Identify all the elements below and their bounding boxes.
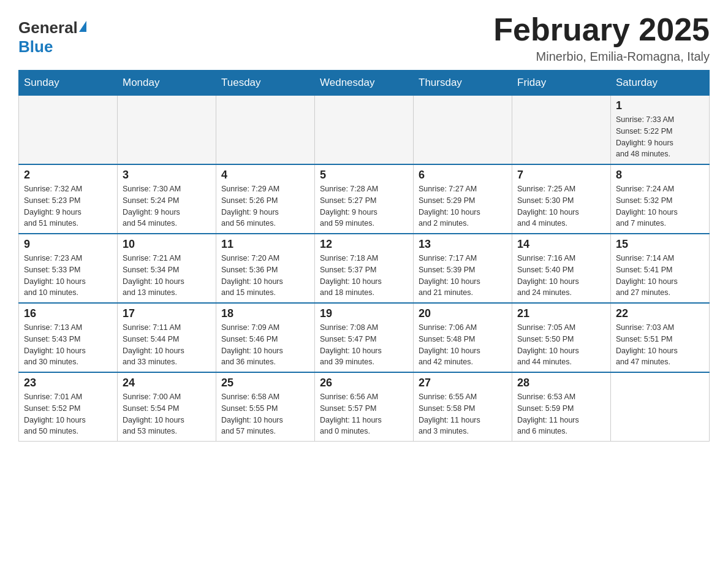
logo-triangle-icon bbox=[79, 21, 86, 32]
day-info: Sunrise: 7:01 AMSunset: 5:52 PMDaylight:… bbox=[24, 391, 112, 437]
calendar-cell: 23Sunrise: 7:01 AMSunset: 5:52 PMDayligh… bbox=[19, 372, 118, 442]
day-number: 4 bbox=[221, 169, 309, 182]
day-info: Sunrise: 7:17 AMSunset: 5:39 PMDaylight:… bbox=[419, 253, 507, 299]
calendar-table: SundayMondayTuesdayWednesdayThursdayFrid… bbox=[18, 70, 710, 442]
day-info: Sunrise: 7:09 AMSunset: 5:46 PMDaylight:… bbox=[221, 322, 309, 368]
day-number: 25 bbox=[221, 377, 309, 389]
calendar-cell: 8Sunrise: 7:24 AMSunset: 5:32 PMDaylight… bbox=[611, 164, 710, 234]
day-info: Sunrise: 7:14 AMSunset: 5:41 PMDaylight:… bbox=[616, 253, 704, 299]
logo: General Blue bbox=[18, 12, 86, 56]
calendar-cell: 6Sunrise: 7:27 AMSunset: 5:29 PMDaylight… bbox=[414, 164, 512, 234]
day-number: 21 bbox=[517, 307, 605, 320]
calendar-cell bbox=[216, 96, 315, 165]
day-info: Sunrise: 6:56 AMSunset: 5:57 PMDaylight:… bbox=[320, 391, 408, 437]
day-info: Sunrise: 7:18 AMSunset: 5:37 PMDaylight:… bbox=[320, 253, 408, 299]
day-info: Sunrise: 7:08 AMSunset: 5:47 PMDaylight:… bbox=[320, 322, 408, 368]
calendar-cell: 21Sunrise: 7:05 AMSunset: 5:50 PMDayligh… bbox=[512, 303, 611, 372]
calendar-cell: 1Sunrise: 7:33 AMSunset: 5:22 PMDaylight… bbox=[611, 96, 710, 165]
calendar-cell bbox=[315, 96, 414, 165]
day-info: Sunrise: 7:33 AMSunset: 5:22 PMDaylight:… bbox=[616, 114, 704, 160]
day-number: 12 bbox=[320, 238, 408, 251]
calendar-header-row: SundayMondayTuesdayWednesdayThursdayFrid… bbox=[19, 71, 710, 96]
day-number: 16 bbox=[24, 307, 112, 320]
day-number: 18 bbox=[221, 307, 309, 320]
calendar-cell: 5Sunrise: 7:28 AMSunset: 5:27 PMDaylight… bbox=[315, 164, 414, 234]
day-number: 7 bbox=[517, 169, 605, 182]
day-info: Sunrise: 7:27 AMSunset: 5:29 PMDaylight:… bbox=[419, 183, 507, 229]
day-info: Sunrise: 7:11 AMSunset: 5:44 PMDaylight:… bbox=[123, 322, 211, 368]
day-number: 28 bbox=[517, 377, 605, 389]
calendar-header-saturday: Saturday bbox=[611, 71, 710, 96]
calendar-cell: 12Sunrise: 7:18 AMSunset: 5:37 PMDayligh… bbox=[315, 234, 414, 303]
day-number: 10 bbox=[123, 238, 211, 251]
calendar-header-tuesday: Tuesday bbox=[216, 71, 315, 96]
calendar-cell: 19Sunrise: 7:08 AMSunset: 5:47 PMDayligh… bbox=[315, 303, 414, 372]
day-info: Sunrise: 7:06 AMSunset: 5:48 PMDaylight:… bbox=[419, 322, 507, 368]
day-number: 2 bbox=[24, 169, 112, 182]
day-info: Sunrise: 7:00 AMSunset: 5:54 PMDaylight:… bbox=[123, 391, 211, 437]
calendar-cell: 25Sunrise: 6:58 AMSunset: 5:55 PMDayligh… bbox=[216, 372, 315, 442]
calendar-week-1: 1Sunrise: 7:33 AMSunset: 5:22 PMDaylight… bbox=[19, 96, 710, 165]
day-info: Sunrise: 6:53 AMSunset: 5:59 PMDaylight:… bbox=[517, 391, 605, 437]
day-number: 5 bbox=[320, 169, 408, 182]
calendar-cell: 2Sunrise: 7:32 AMSunset: 5:23 PMDaylight… bbox=[19, 164, 118, 234]
calendar-cell: 4Sunrise: 7:29 AMSunset: 5:26 PMDaylight… bbox=[216, 164, 315, 234]
day-info: Sunrise: 7:30 AMSunset: 5:24 PMDaylight:… bbox=[123, 183, 211, 229]
calendar-header-monday: Monday bbox=[118, 71, 216, 96]
calendar-week-2: 2Sunrise: 7:32 AMSunset: 5:23 PMDaylight… bbox=[19, 164, 710, 234]
calendar-cell: 14Sunrise: 7:16 AMSunset: 5:40 PMDayligh… bbox=[512, 234, 611, 303]
calendar-cell: 20Sunrise: 7:06 AMSunset: 5:48 PMDayligh… bbox=[414, 303, 512, 372]
calendar-cell: 26Sunrise: 6:56 AMSunset: 5:57 PMDayligh… bbox=[315, 372, 414, 442]
day-number: 27 bbox=[419, 377, 507, 389]
title-section: February 2025 Minerbio, Emilia-Romagna, … bbox=[493, 12, 710, 64]
calendar-cell: 11Sunrise: 7:20 AMSunset: 5:36 PMDayligh… bbox=[216, 234, 315, 303]
location: Minerbio, Emilia-Romagna, Italy bbox=[493, 50, 710, 64]
day-info: Sunrise: 6:58 AMSunset: 5:55 PMDaylight:… bbox=[221, 391, 309, 437]
calendar-cell bbox=[512, 96, 611, 165]
calendar-cell: 15Sunrise: 7:14 AMSunset: 5:41 PMDayligh… bbox=[611, 234, 710, 303]
day-number: 24 bbox=[123, 377, 211, 389]
day-number: 11 bbox=[221, 238, 309, 251]
day-number: 9 bbox=[24, 238, 112, 251]
calendar-cell: 13Sunrise: 7:17 AMSunset: 5:39 PMDayligh… bbox=[414, 234, 512, 303]
day-info: Sunrise: 7:20 AMSunset: 5:36 PMDaylight:… bbox=[221, 253, 309, 299]
calendar-header-wednesday: Wednesday bbox=[315, 71, 414, 96]
calendar-header-sunday: Sunday bbox=[19, 71, 118, 96]
day-info: Sunrise: 7:24 AMSunset: 5:32 PMDaylight:… bbox=[616, 183, 704, 229]
day-info: Sunrise: 7:13 AMSunset: 5:43 PMDaylight:… bbox=[24, 322, 112, 368]
logo-general-text: General bbox=[18, 18, 78, 37]
day-number: 19 bbox=[320, 307, 408, 320]
day-number: 23 bbox=[24, 377, 112, 389]
day-number: 26 bbox=[320, 377, 408, 389]
calendar-cell: 10Sunrise: 7:21 AMSunset: 5:34 PMDayligh… bbox=[118, 234, 216, 303]
day-number: 3 bbox=[123, 169, 211, 182]
day-number: 22 bbox=[616, 307, 704, 320]
calendar-cell: 7Sunrise: 7:25 AMSunset: 5:30 PMDaylight… bbox=[512, 164, 611, 234]
calendar-cell: 18Sunrise: 7:09 AMSunset: 5:46 PMDayligh… bbox=[216, 303, 315, 372]
calendar-week-5: 23Sunrise: 7:01 AMSunset: 5:52 PMDayligh… bbox=[19, 372, 710, 442]
calendar-cell: 28Sunrise: 6:53 AMSunset: 5:59 PMDayligh… bbox=[512, 372, 611, 442]
day-info: Sunrise: 7:29 AMSunset: 5:26 PMDaylight:… bbox=[221, 183, 309, 229]
day-number: 15 bbox=[616, 238, 704, 251]
calendar-header-friday: Friday bbox=[512, 71, 611, 96]
day-info: Sunrise: 7:21 AMSunset: 5:34 PMDaylight:… bbox=[123, 253, 211, 299]
calendar-cell: 27Sunrise: 6:55 AMSunset: 5:58 PMDayligh… bbox=[414, 372, 512, 442]
day-info: Sunrise: 7:05 AMSunset: 5:50 PMDaylight:… bbox=[517, 322, 605, 368]
day-info: Sunrise: 6:55 AMSunset: 5:58 PMDaylight:… bbox=[419, 391, 507, 437]
calendar-cell bbox=[19, 96, 118, 165]
calendar-cell: 17Sunrise: 7:11 AMSunset: 5:44 PMDayligh… bbox=[118, 303, 216, 372]
calendar-cell: 22Sunrise: 7:03 AMSunset: 5:51 PMDayligh… bbox=[611, 303, 710, 372]
page-header: General Blue February 2025 Minerbio, Emi… bbox=[18, 12, 710, 64]
calendar-cell bbox=[118, 96, 216, 165]
calendar-cell: 24Sunrise: 7:00 AMSunset: 5:54 PMDayligh… bbox=[118, 372, 216, 442]
day-info: Sunrise: 7:03 AMSunset: 5:51 PMDaylight:… bbox=[616, 322, 704, 368]
calendar-cell: 16Sunrise: 7:13 AMSunset: 5:43 PMDayligh… bbox=[19, 303, 118, 372]
day-number: 17 bbox=[123, 307, 211, 320]
day-info: Sunrise: 7:25 AMSunset: 5:30 PMDaylight:… bbox=[517, 183, 605, 229]
calendar-cell: 9Sunrise: 7:23 AMSunset: 5:33 PMDaylight… bbox=[19, 234, 118, 303]
day-number: 13 bbox=[419, 238, 507, 251]
day-info: Sunrise: 7:28 AMSunset: 5:27 PMDaylight:… bbox=[320, 183, 408, 229]
calendar-header-thursday: Thursday bbox=[414, 71, 512, 96]
day-info: Sunrise: 7:32 AMSunset: 5:23 PMDaylight:… bbox=[24, 183, 112, 229]
day-info: Sunrise: 7:23 AMSunset: 5:33 PMDaylight:… bbox=[24, 253, 112, 299]
